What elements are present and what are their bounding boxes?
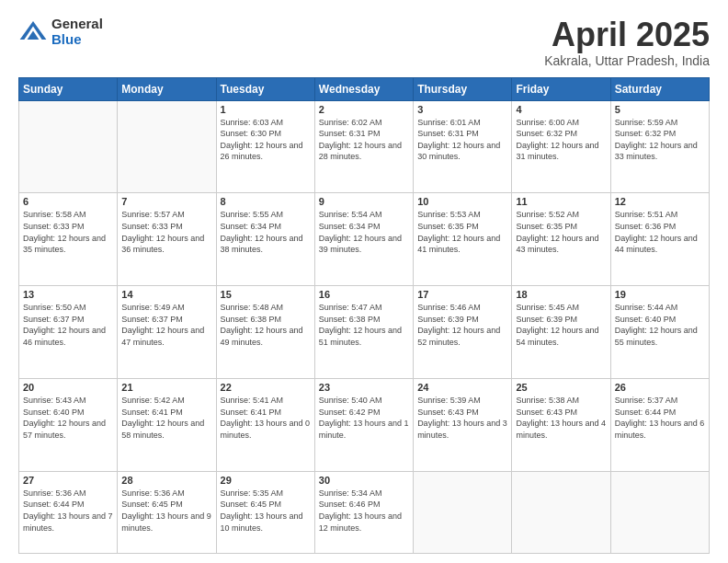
logo-general: General <box>51 17 103 32</box>
day-number: 7 <box>121 196 211 207</box>
calendar-week-row: 1Sunrise: 6:03 AM Sunset: 6:30 PM Daylig… <box>19 100 710 193</box>
calendar-week-row: 13Sunrise: 5:50 AM Sunset: 6:37 PM Dayli… <box>19 286 710 379</box>
calendar-day-cell: 9Sunrise: 5:54 AM Sunset: 6:34 PM Daylig… <box>314 193 413 286</box>
calendar-day-cell: 1Sunrise: 6:03 AM Sunset: 6:30 PM Daylig… <box>216 100 314 193</box>
day-info: Sunrise: 5:37 AM Sunset: 6:44 PM Dayligh… <box>615 395 705 441</box>
day-number: 30 <box>319 475 409 486</box>
day-number: 29 <box>221 475 311 486</box>
calendar-day-cell <box>118 100 216 193</box>
day-info: Sunrise: 5:54 AM Sunset: 6:34 PM Dayligh… <box>319 209 409 255</box>
day-info: Sunrise: 5:47 AM Sunset: 6:38 PM Dayligh… <box>319 302 409 348</box>
day-info: Sunrise: 5:58 AM Sunset: 6:33 PM Dayligh… <box>23 209 113 255</box>
day-number: 1 <box>221 104 311 115</box>
calendar-day-cell: 14Sunrise: 5:49 AM Sunset: 6:37 PM Dayli… <box>118 286 216 379</box>
day-info: Sunrise: 5:36 AM Sunset: 6:44 PM Dayligh… <box>23 488 113 534</box>
calendar-day-header: Saturday <box>610 77 709 100</box>
calendar-day-cell: 5Sunrise: 5:59 AM Sunset: 6:32 PM Daylig… <box>610 100 709 193</box>
calendar-day-cell: 21Sunrise: 5:42 AM Sunset: 6:41 PM Dayli… <box>118 379 216 472</box>
day-info: Sunrise: 5:38 AM Sunset: 6:43 PM Dayligh… <box>516 395 606 441</box>
calendar-week-row: 27Sunrise: 5:36 AM Sunset: 6:44 PM Dayli… <box>19 471 710 553</box>
logo: General Blue <box>18 17 103 47</box>
calendar-day-cell: 16Sunrise: 5:47 AM Sunset: 6:38 PM Dayli… <box>314 286 413 379</box>
calendar-day-cell: 22Sunrise: 5:41 AM Sunset: 6:41 PM Dayli… <box>216 379 314 472</box>
day-info: Sunrise: 5:51 AM Sunset: 6:36 PM Dayligh… <box>615 209 705 255</box>
day-info: Sunrise: 5:36 AM Sunset: 6:45 PM Dayligh… <box>121 488 211 534</box>
calendar-week-row: 20Sunrise: 5:43 AM Sunset: 6:40 PM Dayli… <box>19 379 710 472</box>
day-number: 20 <box>23 382 113 393</box>
calendar-day-cell: 18Sunrise: 5:45 AM Sunset: 6:39 PM Dayli… <box>512 286 610 379</box>
day-number: 4 <box>516 104 606 115</box>
calendar-day-cell: 4Sunrise: 6:00 AM Sunset: 6:32 PM Daylig… <box>512 100 610 193</box>
calendar-day-cell <box>414 471 512 553</box>
day-info: Sunrise: 5:42 AM Sunset: 6:41 PM Dayligh… <box>121 395 211 441</box>
day-number: 27 <box>23 475 113 486</box>
day-number: 5 <box>615 104 705 115</box>
calendar-day-cell: 23Sunrise: 5:40 AM Sunset: 6:42 PM Dayli… <box>314 379 413 472</box>
logo-icon <box>18 17 48 47</box>
calendar-day-cell <box>19 100 118 193</box>
calendar-day-header: Thursday <box>414 77 512 100</box>
calendar-day-cell: 17Sunrise: 5:46 AM Sunset: 6:39 PM Dayli… <box>414 286 512 379</box>
page: General Blue April 2025 Kakrala, Uttar P… <box>0 0 728 563</box>
calendar-day-cell: 3Sunrise: 6:01 AM Sunset: 6:31 PM Daylig… <box>414 100 512 193</box>
month-title: April 2025 <box>544 17 710 53</box>
day-info: Sunrise: 5:35 AM Sunset: 6:45 PM Dayligh… <box>221 488 311 534</box>
day-info: Sunrise: 5:44 AM Sunset: 6:40 PM Dayligh… <box>615 302 705 348</box>
calendar-day-cell: 8Sunrise: 5:55 AM Sunset: 6:34 PM Daylig… <box>216 193 314 286</box>
day-info: Sunrise: 5:39 AM Sunset: 6:43 PM Dayligh… <box>417 395 507 441</box>
calendar-day-cell: 28Sunrise: 5:36 AM Sunset: 6:45 PM Dayli… <box>118 471 216 553</box>
day-number: 19 <box>615 289 705 300</box>
calendar-day-cell: 19Sunrise: 5:44 AM Sunset: 6:40 PM Dayli… <box>610 286 709 379</box>
day-info: Sunrise: 6:01 AM Sunset: 6:31 PM Dayligh… <box>417 117 507 163</box>
day-number: 18 <box>516 289 606 300</box>
day-number: 17 <box>417 289 507 300</box>
day-info: Sunrise: 5:49 AM Sunset: 6:37 PM Dayligh… <box>121 302 211 348</box>
header: General Blue April 2025 Kakrala, Uttar P… <box>18 17 710 68</box>
calendar-day-cell: 6Sunrise: 5:58 AM Sunset: 6:33 PM Daylig… <box>19 193 118 286</box>
day-number: 21 <box>121 382 211 393</box>
day-info: Sunrise: 6:03 AM Sunset: 6:30 PM Dayligh… <box>221 117 311 163</box>
day-number: 8 <box>221 196 311 207</box>
day-number: 14 <box>121 289 211 300</box>
calendar-week-row: 6Sunrise: 5:58 AM Sunset: 6:33 PM Daylig… <box>19 193 710 286</box>
day-info: Sunrise: 5:59 AM Sunset: 6:32 PM Dayligh… <box>615 117 705 163</box>
calendar-day-cell: 25Sunrise: 5:38 AM Sunset: 6:43 PM Dayli… <box>512 379 610 472</box>
day-info: Sunrise: 5:46 AM Sunset: 6:39 PM Dayligh… <box>417 302 507 348</box>
calendar-day-cell: 27Sunrise: 5:36 AM Sunset: 6:44 PM Dayli… <box>19 471 118 553</box>
calendar-day-header: Monday <box>118 77 216 100</box>
day-number: 28 <box>121 475 211 486</box>
title-block: April 2025 Kakrala, Uttar Pradesh, India <box>544 17 710 68</box>
day-number: 13 <box>23 289 113 300</box>
calendar-day-cell: 13Sunrise: 5:50 AM Sunset: 6:37 PM Dayli… <box>19 286 118 379</box>
calendar-day-header: Wednesday <box>314 77 413 100</box>
calendar-day-cell <box>512 471 610 553</box>
calendar-day-cell: 20Sunrise: 5:43 AM Sunset: 6:40 PM Dayli… <box>19 379 118 472</box>
day-number: 25 <box>516 382 606 393</box>
day-info: Sunrise: 5:45 AM Sunset: 6:39 PM Dayligh… <box>516 302 606 348</box>
day-number: 3 <box>417 104 507 115</box>
day-number: 22 <box>221 382 311 393</box>
calendar-day-header: Friday <box>512 77 610 100</box>
day-info: Sunrise: 5:55 AM Sunset: 6:34 PM Dayligh… <box>221 209 311 255</box>
day-number: 16 <box>319 289 409 300</box>
day-number: 10 <box>417 196 507 207</box>
logo-text: General Blue <box>51 17 103 47</box>
calendar-day-cell: 24Sunrise: 5:39 AM Sunset: 6:43 PM Dayli… <box>414 379 512 472</box>
day-info: Sunrise: 5:43 AM Sunset: 6:40 PM Dayligh… <box>23 395 113 441</box>
day-info: Sunrise: 5:40 AM Sunset: 6:42 PM Dayligh… <box>319 395 409 441</box>
calendar-day-cell: 29Sunrise: 5:35 AM Sunset: 6:45 PM Dayli… <box>216 471 314 553</box>
day-number: 9 <box>319 196 409 207</box>
calendar-day-cell: 2Sunrise: 6:02 AM Sunset: 6:31 PM Daylig… <box>314 100 413 193</box>
calendar-day-cell: 12Sunrise: 5:51 AM Sunset: 6:36 PM Dayli… <box>610 193 709 286</box>
day-info: Sunrise: 6:02 AM Sunset: 6:31 PM Dayligh… <box>319 117 409 163</box>
calendar-day-header: Sunday <box>19 77 118 100</box>
calendar-day-cell: 11Sunrise: 5:52 AM Sunset: 6:35 PM Dayli… <box>512 193 610 286</box>
location-subtitle: Kakrala, Uttar Pradesh, India <box>544 53 710 68</box>
day-info: Sunrise: 5:34 AM Sunset: 6:46 PM Dayligh… <box>319 488 409 534</box>
day-info: Sunrise: 5:52 AM Sunset: 6:35 PM Dayligh… <box>516 209 606 255</box>
calendar-day-header: Tuesday <box>216 77 314 100</box>
day-number: 15 <box>221 289 311 300</box>
calendar-table: SundayMondayTuesdayWednesdayThursdayFrid… <box>18 77 710 554</box>
day-number: 24 <box>417 382 507 393</box>
day-info: Sunrise: 5:53 AM Sunset: 6:35 PM Dayligh… <box>417 209 507 255</box>
